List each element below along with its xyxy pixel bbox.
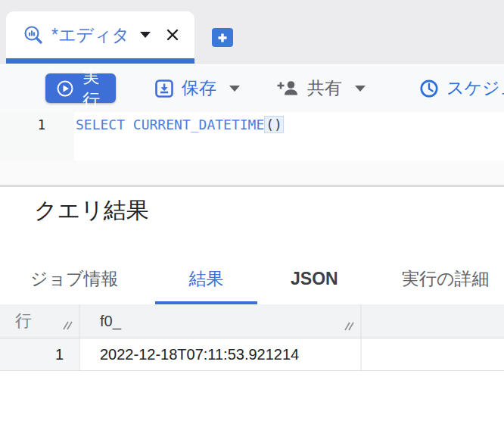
tab-json-label: JSON	[291, 269, 338, 289]
tab-job-info[interactable]: ジョブ情報	[30, 254, 119, 304]
query-magnifier-chart-icon	[23, 24, 44, 45]
sql-statement: SELECT CURRENT_DATETIME	[76, 117, 264, 132]
run-button-label: 実行	[82, 65, 100, 112]
row-number-cell: 1	[0, 338, 79, 370]
close-tab-icon[interactable]	[164, 26, 181, 43]
tab-execution-details-label: 実行の詳細	[402, 267, 490, 291]
query-results-title: クエリ結果	[34, 195, 149, 226]
new-tab-button[interactable]	[212, 28, 233, 47]
clock-icon	[418, 78, 440, 99]
table-header-row: 行 f0_	[0, 304, 504, 338]
empty-cell	[360, 338, 504, 370]
tab-job-info-label: ジョブ情報	[30, 267, 119, 291]
sql-code-line[interactable]: SELECT CURRENT_DATETIME()	[76, 117, 284, 132]
column-header-f0[interactable]: f0_	[79, 304, 360, 338]
column-header-f0-label: f0_	[100, 313, 121, 330]
table-row[interactable]: 1 2022-12-18T07:11:53.921214	[0, 338, 504, 371]
editor-tab-label: *エディタ	[51, 23, 129, 47]
results-table: 行 f0_ 1 2022-12-18T0	[0, 304, 504, 371]
column-header-empty	[360, 304, 504, 338]
column-header-row-number[interactable]: 行	[0, 304, 79, 338]
sql-editor[interactable]: 1 SELECT CURRENT_DATETIME()	[0, 112, 504, 161]
editor-tab[interactable]: *エディタ	[6, 11, 194, 64]
tab-json[interactable]: JSON	[291, 254, 338, 304]
editor-tab-bar: *エディタ	[0, 0, 504, 64]
play-circle-icon	[55, 79, 75, 98]
tab-execution-details[interactable]: 実行の詳細	[402, 254, 490, 304]
section-divider	[0, 161, 504, 187]
share-dropdown-caret-icon[interactable]	[355, 86, 366, 92]
query-toolbar: 実行 保存 共有	[0, 64, 504, 112]
active-tab-indicator	[6, 58, 194, 64]
run-button[interactable]: 実行	[45, 73, 116, 103]
line-number: 1	[38, 117, 45, 132]
save-dropdown-caret-icon[interactable]	[229, 86, 240, 92]
sql-paren-highlight: ()	[264, 116, 284, 133]
chevron-down-icon[interactable]	[140, 32, 151, 38]
tab-results[interactable]: 結果	[155, 254, 257, 304]
column-resize-handle-icon[interactable]	[61, 316, 73, 335]
share-button-label: 共有	[307, 76, 342, 100]
column-header-row-label: 行	[15, 310, 32, 332]
column-resize-handle-icon[interactable]	[343, 318, 355, 335]
person-add-icon	[276, 78, 300, 98]
save-icon	[154, 78, 175, 99]
editor-gutter: 1	[0, 112, 74, 161]
bigquery-editor-screen: *エディタ 実行	[0, 0, 504, 427]
tab-results-label: 結果	[189, 267, 224, 291]
plus-icon	[216, 31, 229, 45]
share-button[interactable]: 共有	[276, 76, 366, 100]
save-button-label: 保存	[182, 76, 216, 100]
schedule-button[interactable]: スケジュ	[418, 76, 504, 100]
f0-value-cell[interactable]: 2022-12-18T07:11:53.921214	[79, 338, 360, 370]
schedule-button-label: スケジュ	[446, 76, 504, 100]
save-button[interactable]: 保存	[154, 76, 240, 100]
